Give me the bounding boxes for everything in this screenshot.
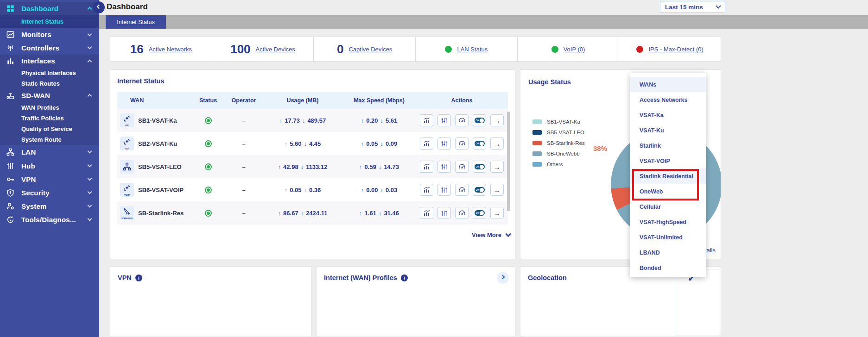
download-arrow-icon: ↓: [380, 117, 384, 124]
sidebar-item-traffic-policies[interactable]: Traffic Policies: [0, 113, 99, 124]
dropdown-item-oneweb[interactable]: OneWeb: [630, 184, 706, 199]
monitors-icon: [5, 30, 15, 39]
table-scrollbar[interactable]: [507, 112, 510, 211]
dropdown-item-vsat-highspeed[interactable]: VSAT-HighSpeed: [630, 214, 706, 230]
dropdown-item-cellular[interactable]: Cellular: [630, 199, 706, 214]
sidebar-item-sd-wan[interactable]: SD-WAN: [0, 89, 99, 102]
enable-toggle-button[interactable]: ON: [473, 137, 486, 150]
chevron-down-icon: [88, 203, 92, 208]
dropdown-item-access-networks[interactable]: Access Networks: [630, 92, 706, 107]
sidebar-item-vpn[interactable]: VPN: [0, 173, 99, 186]
dropdown-item-vsat-unlimited[interactable]: VSAT-Unlimited: [630, 230, 706, 245]
dropdown-item-vsat-ka[interactable]: VSAT-Ka: [630, 107, 706, 123]
sidebar-item-monitors[interactable]: Monitors: [0, 28, 99, 42]
satellite-icon: KU: [120, 137, 134, 150]
dropdown-item-starlink-residential[interactable]: Starlink Residential: [630, 168, 706, 184]
statistics-button[interactable]: [420, 137, 433, 150]
tune-settings-button[interactable]: [437, 137, 451, 150]
statistics-button[interactable]: [420, 114, 433, 126]
stat-value: 0: [337, 42, 343, 56]
wan-name: SB-Starlink-Res: [138, 210, 184, 217]
sidebar-item-security[interactable]: Security: [0, 186, 99, 200]
chevron-down-icon: [88, 190, 92, 194]
chevron-down-icon: [88, 45, 92, 50]
operator-value: –: [225, 117, 263, 124]
download-arrow-icon: ↓: [301, 210, 304, 217]
operator-value: –: [225, 187, 263, 193]
statistics-button[interactable]: [420, 184, 433, 196]
tune-settings-button[interactable]: [437, 184, 451, 196]
upload-arrow-icon: ↑: [359, 163, 362, 170]
legend-swatch: [532, 162, 542, 167]
toggle-on-icon: ON: [475, 141, 485, 146]
sidebar-item-system[interactable]: System: [0, 200, 99, 213]
sidebar-item-lan[interactable]: LAN: [0, 145, 99, 159]
table-header: WAN Status Operator Usage (MB) Max Speed…: [117, 92, 508, 109]
active-devices-link[interactable]: Active Devices: [256, 46, 295, 53]
sidebar-item-controllers[interactable]: Controllers: [0, 41, 99, 55]
lan-status-link[interactable]: LAN Status: [457, 46, 488, 53]
upload-arrow-icon: ↑: [279, 117, 283, 124]
info-icon[interactable]: [401, 275, 408, 281]
sidebar-item-interfaces[interactable]: Interfaces: [0, 55, 99, 68]
wan-name: SB1-VSAT-Ka: [138, 117, 177, 124]
pie-slice-label: 38%: [593, 144, 607, 152]
speed-test-button[interactable]: [455, 114, 469, 126]
go-to-detail-button[interactable]: →: [490, 137, 504, 150]
sidebar-collapse-button[interactable]: [93, 1, 105, 13]
go-to-detail-button[interactable]: →: [490, 207, 504, 219]
dropdown-item-vsat-ku[interactable]: VSAT-Ku: [630, 123, 706, 138]
dropdown-item-lband[interactable]: LBAND: [630, 245, 706, 260]
tab-internet-status[interactable]: Internet Status: [106, 15, 166, 29]
tune-settings-button[interactable]: [437, 207, 451, 219]
toggle-on-icon: ON: [475, 210, 485, 216]
voip-link[interactable]: VoIP (0): [564, 46, 585, 53]
sidebar-item-quality-of-service[interactable]: Quality of Service: [0, 124, 99, 134]
ips-link[interactable]: IPS - Max-Detect (0): [648, 46, 703, 53]
active-networks-link[interactable]: Active Networks: [149, 46, 192, 53]
go-to-detail-button[interactable]: →: [490, 114, 504, 126]
sidebar-item-physical-interfaces[interactable]: Physical Interfaces: [0, 68, 99, 78]
dropdown-item-bonded[interactable]: Bonded: [630, 260, 706, 275]
enable-toggle-button[interactable]: ON: [473, 161, 486, 173]
enable-toggle-button[interactable]: ON: [473, 114, 486, 126]
captive-devices-link[interactable]: Captive Devices: [348, 46, 392, 53]
dropdown-item-starlink[interactable]: Starlink: [630, 138, 706, 153]
sidebar-item-tools-diagnostics[interactable]: Tools/Diagnos...: [0, 213, 99, 226]
speed-test-button[interactable]: [455, 161, 469, 173]
panel-title: Usage Status: [528, 78, 571, 86]
table-row: STARLINK-R SB-Starlink-Res – ↑86.67↓2424…: [117, 201, 508, 225]
sidebar-item-system-route[interactable]: System Route: [0, 134, 99, 145]
tune-settings-button[interactable]: [437, 161, 451, 173]
go-to-detail-button[interactable]: →: [490, 161, 504, 173]
info-icon[interactable]: [135, 275, 142, 281]
statistics-button[interactable]: [420, 207, 433, 219]
speed-test-button[interactable]: [455, 184, 469, 196]
sidebar-item-dashboard[interactable]: Dashboard: [0, 2, 99, 15]
page-title: Dashboard: [107, 2, 148, 12]
go-to-detail-button[interactable]: →: [490, 184, 504, 196]
sidebar-item-wan-profiles[interactable]: WAN Profiles: [0, 102, 99, 113]
view-more-link[interactable]: View More: [472, 231, 510, 238]
speed-test-button[interactable]: [455, 137, 469, 150]
chevron-down-icon: [505, 231, 511, 237]
dropdown-item-vsat-voip[interactable]: VSAT-VOIP: [630, 153, 706, 168]
enable-toggle-button[interactable]: ON: [473, 207, 486, 219]
download-arrow-icon: ↓: [304, 187, 307, 193]
statistics-button[interactable]: [420, 161, 433, 173]
sidebar-item-label: VPN: [21, 175, 36, 183]
sidebar-item-label: System: [21, 202, 47, 210]
operator-value: –: [225, 140, 263, 147]
speed-test-button[interactable]: [455, 207, 469, 219]
status-up-icon: [205, 140, 212, 147]
enable-toggle-button[interactable]: ON: [473, 184, 486, 196]
sidebar-item-static-routes[interactable]: Static Routes: [0, 78, 99, 89]
dropdown-item-wans[interactable]: WANs: [630, 77, 706, 92]
time-range-select[interactable]: Last 15 mins: [660, 1, 725, 13]
chevron-down-icon: [88, 149, 92, 154]
sidebar-item-hub[interactable]: Hub: [0, 159, 99, 173]
sidebar-item-label: Monitors: [21, 31, 51, 38]
sidebar-item-internet-status[interactable]: Internet Status: [0, 15, 99, 28]
tune-settings-button[interactable]: [437, 114, 451, 126]
expand-panel-button[interactable]: [497, 272, 509, 284]
